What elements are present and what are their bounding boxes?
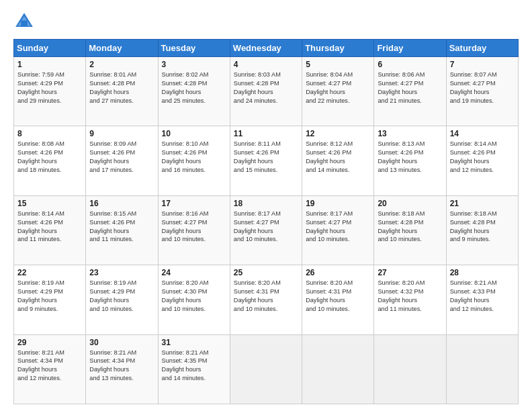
cell-info: Sunrise: 8:04 AMSunset: 4:27 PMDaylight … — [306, 71, 353, 104]
cell-info: Sunrise: 8:19 AMSunset: 4:29 PMDaylight … — [89, 279, 136, 312]
calendar-cell: 25 Sunrise: 8:20 AMSunset: 4:31 PMDaylig… — [230, 265, 302, 334]
calendar-cell: 23 Sunrise: 8:19 AMSunset: 4:29 PMDaylig… — [86, 265, 158, 334]
day-number: 31 — [162, 338, 226, 347]
cell-info: Sunrise: 8:21 AMSunset: 4:34 PMDaylight … — [17, 349, 64, 382]
day-number: 24 — [162, 268, 226, 277]
calendar-cell: 13 Sunrise: 8:13 AMSunset: 4:26 PMDaylig… — [374, 126, 446, 195]
cell-info: Sunrise: 8:03 AMSunset: 4:28 PMDaylight … — [234, 71, 281, 104]
header — [13, 11, 519, 32]
page: SundayMondayTuesdayWednesdayThursdayFrid… — [0, 0, 532, 411]
calendar-cell: 27 Sunrise: 8:20 AMSunset: 4:32 PMDaylig… — [374, 265, 446, 334]
calendar-cell: 31 Sunrise: 8:21 AMSunset: 4:35 PMDaylig… — [158, 334, 230, 404]
calendar-cell: 24 Sunrise: 8:20 AMSunset: 4:30 PMDaylig… — [158, 265, 230, 334]
calendar-cell: 5 Sunrise: 8:04 AMSunset: 4:27 PMDayligh… — [302, 57, 374, 126]
calendar-cell: 14 Sunrise: 8:14 AMSunset: 4:26 PMDaylig… — [446, 126, 518, 195]
calendar-cell: 22 Sunrise: 8:19 AMSunset: 4:29 PMDaylig… — [14, 265, 86, 334]
cell-info: Sunrise: 8:21 AMSunset: 4:33 PMDaylight … — [450, 279, 497, 312]
cell-info: Sunrise: 8:20 AMSunset: 4:31 PMDaylight … — [234, 279, 281, 312]
day-number: 23 — [89, 268, 154, 277]
calendar-cell: 18 Sunrise: 8:17 AMSunset: 4:27 PMDaylig… — [230, 195, 302, 265]
cell-info: Sunrise: 8:10 AMSunset: 4:26 PMDaylight … — [162, 140, 209, 173]
calendar-cell: 1 Sunrise: 7:59 AMSunset: 4:29 PMDayligh… — [14, 57, 86, 126]
day-number: 7 — [450, 60, 515, 69]
calendar-cell — [230, 334, 302, 404]
calendar-cell: 8 Sunrise: 8:08 AMSunset: 4:26 PMDayligh… — [14, 126, 86, 195]
cell-info: Sunrise: 8:14 AMSunset: 4:26 PMDaylight … — [17, 210, 64, 243]
calendar-cell: 6 Sunrise: 8:06 AMSunset: 4:27 PMDayligh… — [374, 57, 446, 126]
cell-info: Sunrise: 8:16 AMSunset: 4:27 PMDaylight … — [162, 210, 209, 243]
day-number: 14 — [450, 129, 515, 138]
day-number: 15 — [17, 199, 82, 208]
cell-info: Sunrise: 8:17 AMSunset: 4:27 PMDaylight … — [306, 210, 353, 243]
cell-info: Sunrise: 7:59 AMSunset: 4:29 PMDaylight … — [17, 71, 64, 104]
calendar-cell: 17 Sunrise: 8:16 AMSunset: 4:27 PMDaylig… — [158, 195, 230, 265]
calendar-cell: 19 Sunrise: 8:17 AMSunset: 4:27 PMDaylig… — [302, 195, 374, 265]
calendar-week-5: 29 Sunrise: 8:21 AMSunset: 4:34 PMDaylig… — [14, 334, 519, 404]
calendar-cell — [374, 334, 446, 404]
cell-info: Sunrise: 8:07 AMSunset: 4:27 PMDaylight … — [450, 71, 497, 104]
calendar-week-2: 8 Sunrise: 8:08 AMSunset: 4:26 PMDayligh… — [14, 126, 519, 195]
cell-info: Sunrise: 8:18 AMSunset: 4:28 PMDaylight … — [378, 210, 425, 243]
cell-info: Sunrise: 8:21 AMSunset: 4:34 PMDaylight … — [89, 349, 136, 382]
cell-info: Sunrise: 8:20 AMSunset: 4:30 PMDaylight … — [162, 279, 209, 312]
calendar-cell: 15 Sunrise: 8:14 AMSunset: 4:26 PMDaylig… — [14, 195, 86, 265]
calendar-header-row: SundayMondayTuesdayWednesdayThursdayFrid… — [14, 40, 519, 57]
cell-info: Sunrise: 8:20 AMSunset: 4:31 PMDaylight … — [306, 279, 353, 312]
cell-info: Sunrise: 8:12 AMSunset: 4:26 PMDaylight … — [306, 140, 353, 173]
day-header-monday: Monday — [86, 40, 158, 57]
calendar-cell — [446, 334, 518, 404]
day-number: 10 — [162, 129, 226, 138]
day-number: 5 — [306, 60, 370, 69]
day-number: 4 — [234, 60, 298, 69]
calendar-week-4: 22 Sunrise: 8:19 AMSunset: 4:29 PMDaylig… — [14, 265, 519, 334]
calendar-cell: 28 Sunrise: 8:21 AMSunset: 4:33 PMDaylig… — [446, 265, 518, 334]
day-number: 11 — [234, 129, 298, 138]
day-number: 30 — [89, 338, 154, 347]
day-number: 21 — [450, 199, 515, 208]
day-header-saturday: Saturday — [446, 40, 518, 57]
calendar-cell: 2 Sunrise: 8:01 AMSunset: 4:28 PMDayligh… — [86, 57, 158, 126]
cell-info: Sunrise: 8:11 AMSunset: 4:26 PMDaylight … — [234, 140, 281, 173]
day-number: 17 — [162, 199, 226, 208]
calendar-cell: 21 Sunrise: 8:18 AMSunset: 4:28 PMDaylig… — [446, 195, 518, 265]
day-number: 9 — [89, 129, 154, 138]
cell-info: Sunrise: 8:21 AMSunset: 4:35 PMDaylight … — [162, 349, 209, 382]
calendar-week-1: 1 Sunrise: 7:59 AMSunset: 4:29 PMDayligh… — [14, 57, 519, 126]
calendar-cell: 29 Sunrise: 8:21 AMSunset: 4:34 PMDaylig… — [14, 334, 86, 404]
day-number: 27 — [378, 268, 442, 277]
calendar-cell: 11 Sunrise: 8:11 AMSunset: 4:26 PMDaylig… — [230, 126, 302, 195]
cell-info: Sunrise: 8:14 AMSunset: 4:26 PMDaylight … — [450, 140, 497, 173]
calendar-cell: 10 Sunrise: 8:10 AMSunset: 4:26 PMDaylig… — [158, 126, 230, 195]
cell-info: Sunrise: 8:17 AMSunset: 4:27 PMDaylight … — [234, 210, 281, 243]
day-number: 25 — [234, 268, 298, 277]
day-number: 28 — [450, 268, 515, 277]
day-header-thursday: Thursday — [302, 40, 374, 57]
calendar-cell: 9 Sunrise: 8:09 AMSunset: 4:26 PMDayligh… — [86, 126, 158, 195]
day-number: 20 — [378, 199, 442, 208]
day-number: 12 — [306, 129, 370, 138]
day-number: 16 — [89, 199, 154, 208]
calendar-cell: 12 Sunrise: 8:12 AMSunset: 4:26 PMDaylig… — [302, 126, 374, 195]
day-number: 2 — [89, 60, 154, 69]
calendar-cell: 20 Sunrise: 8:18 AMSunset: 4:28 PMDaylig… — [374, 195, 446, 265]
cell-info: Sunrise: 8:08 AMSunset: 4:26 PMDaylight … — [17, 140, 64, 173]
calendar-cell: 4 Sunrise: 8:03 AMSunset: 4:28 PMDayligh… — [230, 57, 302, 126]
calendar-cell: 26 Sunrise: 8:20 AMSunset: 4:31 PMDaylig… — [302, 265, 374, 334]
calendar-cell: 16 Sunrise: 8:15 AMSunset: 4:26 PMDaylig… — [86, 195, 158, 265]
day-header-wednesday: Wednesday — [230, 40, 302, 57]
day-header-sunday: Sunday — [14, 40, 86, 57]
day-number: 22 — [17, 268, 82, 277]
cell-info: Sunrise: 8:02 AMSunset: 4:28 PMDaylight … — [162, 71, 209, 104]
cell-info: Sunrise: 8:13 AMSunset: 4:26 PMDaylight … — [378, 140, 425, 173]
day-header-friday: Friday — [374, 40, 446, 57]
cell-info: Sunrise: 8:01 AMSunset: 4:28 PMDaylight … — [89, 71, 136, 104]
day-number: 1 — [17, 60, 82, 69]
day-number: 18 — [234, 199, 298, 208]
calendar-cell: 3 Sunrise: 8:02 AMSunset: 4:28 PMDayligh… — [158, 57, 230, 126]
day-number: 8 — [17, 129, 82, 138]
calendar-cell: 7 Sunrise: 8:07 AMSunset: 4:27 PMDayligh… — [446, 57, 518, 126]
day-number: 13 — [378, 129, 442, 138]
logo-icon — [13, 11, 35, 32]
day-number: 3 — [162, 60, 226, 69]
cell-info: Sunrise: 8:15 AMSunset: 4:26 PMDaylight … — [89, 210, 136, 243]
